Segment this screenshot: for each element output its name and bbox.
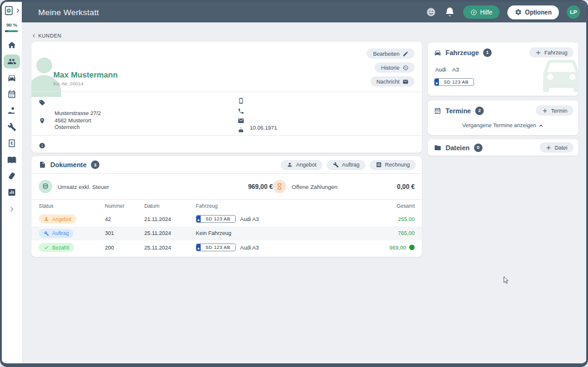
chevron-left-icon: [32, 33, 36, 38]
document-date: 25.11.2024: [144, 230, 196, 236]
question-icon: [470, 9, 477, 16]
usage-percentage: 90 %: [6, 22, 17, 28]
vehicle-name: Audi A3: [240, 216, 259, 222]
help-button-label: Hilfe: [480, 9, 492, 16]
history-button-label: Historie: [381, 65, 399, 71]
document-total: 255,00: [398, 216, 415, 222]
create-invoice-label: Rechnung: [385, 162, 410, 168]
sidebar-item-vehicles[interactable]: [4, 71, 20, 85]
paid-indicator-dot: [409, 245, 415, 250]
message-button-label: Nachricht: [376, 79, 399, 85]
folder-icon: [434, 144, 441, 151]
history-button[interactable]: Historie: [375, 62, 415, 73]
edit-button[interactable]: Bearbeiten: [367, 48, 415, 59]
sidebar-item-home[interactable]: [4, 38, 20, 52]
address-line-2: 4582 Musterort: [55, 117, 101, 125]
column-header-date: Datum: [144, 203, 196, 209]
app-window: 90 % Meine Werkstatt Hilfe: [0, 0, 588, 367]
app-logo-icon: [4, 5, 14, 16]
create-order-button[interactable]: Auftrag: [327, 160, 366, 170]
divider: [32, 91, 422, 92]
status-label: Bezahlt: [52, 245, 69, 251]
hourglass-icon: [273, 180, 286, 193]
add-file-button[interactable]: Datei: [540, 142, 573, 153]
files-count-badge: 0: [474, 144, 483, 152]
coins-icon: [39, 180, 52, 193]
document-number: 200: [105, 245, 144, 251]
notifications-bell-icon[interactable]: [444, 7, 455, 18]
table-row[interactable]: Auftrag 301 25.11.2024 Kein Fahrzeug 765…: [32, 226, 422, 241]
message-button[interactable]: Nachricht: [370, 76, 415, 87]
appointments-title: Termine: [446, 107, 471, 114]
status-badge: Angebot: [39, 214, 76, 223]
caret-up-icon: [538, 123, 544, 128]
add-file-label: Datei: [555, 145, 567, 151]
sidebar-more-icon[interactable]: [8, 204, 15, 215]
status-label: Angebot: [52, 216, 72, 222]
past-appointments-label: Vergangene Termine anzeigen: [463, 122, 536, 128]
main-content: KUNDEN Max Mustermann Kd.-Nr. 20014 Bear…: [22, 22, 586, 363]
create-offer-button[interactable]: Angebot: [281, 160, 322, 170]
help-button[interactable]: Hilfe: [463, 5, 499, 19]
past-appointments-link[interactable]: Vergangene Termine anzeigen: [428, 122, 578, 128]
sidebar-item-service[interactable]: [4, 104, 20, 117]
license-plate: SD 123 AB: [196, 243, 236, 251]
document-total: 765,00: [398, 230, 415, 236]
plus-icon: [542, 108, 548, 114]
vehicle-name: Kein Fahrzeug: [196, 230, 232, 236]
topbar: Meine Werkstatt Hilfe Optionen LP: [22, 2, 586, 22]
create-offer-label: Angebot: [296, 162, 316, 168]
envelope-icon: [403, 79, 409, 85]
customer-name: Max Mustermann: [53, 70, 118, 79]
user-avatar[interactable]: LP: [567, 5, 580, 19]
check-icon: [44, 245, 49, 250]
tag-icon: [39, 98, 45, 108]
sidebar-nav: [4, 37, 20, 200]
vehicle-brand: Audi: [435, 67, 446, 73]
sidebar-item-statistics[interactable]: [4, 185, 20, 199]
table-row[interactable]: Bezahlt 200 25.11.2024 SD 123 AB Audi A3…: [32, 240, 422, 255]
car-watermark-icon: [537, 50, 578, 96]
person-icon: [287, 162, 293, 168]
wrench-icon: [44, 231, 49, 236]
sidebar-item-cleaning[interactable]: [4, 169, 20, 183]
customer-birthdate: 10.06.1971: [250, 125, 277, 131]
table-row[interactable]: Angebot 42 21.11.2024 SD 123 AB Audi A3 …: [32, 212, 422, 226]
sidebar-item-calendar[interactable]: [4, 87, 20, 101]
appointments-card: Termine 2 Termin Vergangene Termine anze…: [428, 101, 578, 135]
sidebar-item-invoices[interactable]: [4, 136, 20, 150]
revenue-summary: Umsatz exkl. Steuer 969,00 €: [32, 180, 273, 193]
sidebar-expand-icon[interactable]: [15, 8, 21, 13]
sidebar-logo-row: [4, 5, 21, 16]
document-icon: [39, 161, 46, 168]
add-appointment-label: Termin: [551, 108, 567, 114]
appointments-header: Termine 2 Termin: [428, 101, 578, 116]
files-header: Dateien 0 Datei: [428, 139, 578, 153]
document-number: 42: [105, 216, 144, 222]
breadcrumb[interactable]: KUNDEN: [32, 33, 61, 39]
customer-card: Max Mustermann Kd.-Nr. 20014 Bearbeiten …: [32, 42, 422, 153]
pencil-icon: [403, 51, 409, 57]
sidebar-item-catalog[interactable]: [4, 153, 20, 167]
customer-number: Kd.-Nr. 20014: [53, 81, 83, 87]
mouse-cursor-icon: [502, 276, 510, 286]
create-invoice-button[interactable]: Rechnung: [370, 160, 416, 170]
feedback-smiley-icon[interactable]: [426, 7, 436, 18]
plate-eu-strip: [196, 244, 201, 251]
add-appointment-button[interactable]: Termin: [536, 105, 573, 116]
open-payments-summary: Offene Zahlungen 0,00 €: [273, 180, 422, 193]
license-plate: SD 123 AB: [434, 78, 474, 86]
document-total: 969,00: [389, 245, 406, 251]
sidebar-item-customers[interactable]: [4, 55, 20, 68]
options-button[interactable]: Optionen: [507, 5, 559, 19]
info-icon[interactable]: [39, 141, 45, 151]
appointments-count-badge: 2: [475, 107, 484, 115]
vehicle-plate-wrap[interactable]: SD 123 AB: [434, 76, 474, 87]
gear-icon: [515, 8, 522, 16]
address-line-1: Musterstrasse 27/2: [55, 110, 101, 117]
open-payments-label: Offene Zahlungen: [292, 183, 338, 190]
plus-icon: [546, 145, 552, 151]
documents-summary: Umsatz exkl. Steuer 969,00 € Offene Zahl…: [32, 174, 422, 199]
sidebar-item-repairs[interactable]: [4, 120, 20, 134]
documents-header: Dokumente 3 Angebot Auftrag Rechnung: [32, 156, 422, 173]
